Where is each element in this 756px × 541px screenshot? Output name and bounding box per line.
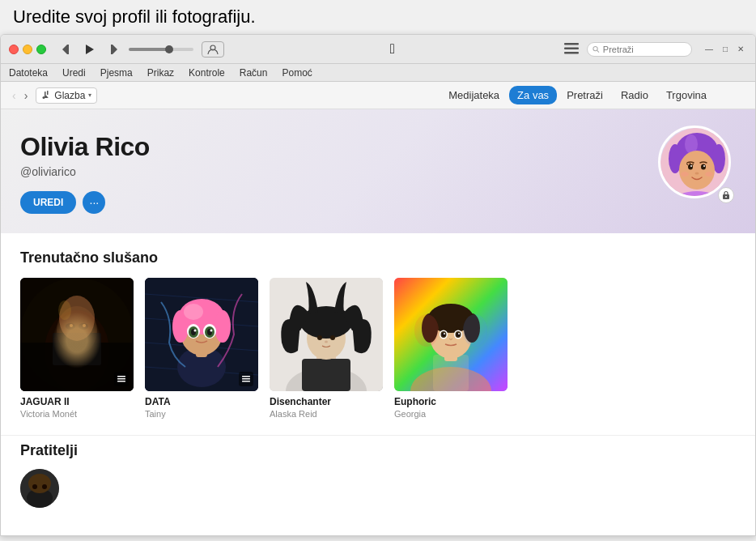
menu-uredi[interactable]: Uredi <box>61 67 87 79</box>
svg-marker-3 <box>113 45 117 54</box>
friend-avatar[interactable] <box>20 469 59 508</box>
album-artist: Georgia <box>394 409 508 419</box>
friends-avatars <box>20 469 736 508</box>
nav-forward-arrow[interactable]: › <box>21 87 32 104</box>
album-item[interactable]: Euphoric Georgia <box>394 278 508 419</box>
play-button[interactable] <box>82 41 98 58</box>
profile-name: Olivia Rico <box>20 132 736 162</box>
nav-bar: ‹ › Glazba ▾ Medijateka Za vas Pretraži … <box>1 82 755 109</box>
menu-kontrole[interactable]: Kontrole <box>187 67 227 79</box>
menu-bar: Datoteka Uredi Pjesma Prikaz Kontrole Ra… <box>1 64 755 82</box>
svg-rect-44 <box>117 376 125 377</box>
svg-point-67 <box>210 330 213 332</box>
avatar-lock-icon[interactable] <box>718 187 734 203</box>
tab-pretrazi[interactable]: Pretraži <box>559 86 611 104</box>
traffic-lights <box>9 45 46 54</box>
svg-point-25 <box>703 165 705 167</box>
svg-point-101 <box>28 474 51 493</box>
search-bar[interactable] <box>587 42 692 57</box>
menu-prikaz[interactable]: Prikaz <box>146 67 176 79</box>
edit-profile-button[interactable]: UREDI <box>20 191 76 214</box>
svg-rect-68 <box>242 376 250 377</box>
close-button[interactable] <box>9 45 19 54</box>
tab-zavas[interactable]: Za vas <box>509 86 557 104</box>
music-note-icon <box>41 91 51 100</box>
svg-rect-12 <box>47 91 49 95</box>
svg-point-78 <box>330 335 335 340</box>
album-artist: Alaska Reid <box>270 409 383 419</box>
svg-point-27 <box>681 172 689 177</box>
tab-radio[interactable]: Radio <box>613 86 656 104</box>
itunes-window:  — □ ✕ Datoteka Uredi <box>0 34 756 536</box>
svg-rect-6 <box>564 43 579 45</box>
svg-point-102 <box>32 484 37 489</box>
playback-controls <box>59 41 121 58</box>
more-options-button[interactable]: ··· <box>83 191 105 214</box>
svg-point-79 <box>325 341 328 343</box>
svg-point-94 <box>444 333 445 334</box>
album-item[interactable]: Disenchanter Alaska Reid <box>270 278 383 419</box>
forward-button[interactable] <box>104 41 121 58</box>
svg-point-38 <box>79 323 88 330</box>
svg-line-10 <box>597 50 599 52</box>
svg-marker-2 <box>86 45 94 54</box>
svg-point-14 <box>43 96 45 99</box>
profile-avatar[interactable] <box>658 126 731 198</box>
svg-marker-0 <box>62 45 67 54</box>
window-resize-buttons: — □ ✕ <box>702 43 747 55</box>
svg-point-23 <box>701 164 706 170</box>
window-controls <box>561 41 582 58</box>
albums-grid: JAGUAR II Victoria Monét <box>20 278 736 419</box>
account-button[interactable] <box>202 41 224 58</box>
album-art-euphoric <box>394 278 508 391</box>
memoji-avatar <box>660 128 728 196</box>
album-artist: Victoria Monét <box>20 409 134 419</box>
svg-point-97 <box>463 314 487 347</box>
svg-point-15 <box>45 96 48 98</box>
album-list-icon <box>239 372 253 386</box>
menu-pjesma[interactable]: Pjesma <box>99 67 134 79</box>
apple-logo:  <box>229 41 556 58</box>
title-bar:  — □ ✕ <box>1 35 755 64</box>
close-window[interactable]: ✕ <box>734 43 747 55</box>
nav-tabs: Medijateka Za vas Pretraži Radio Trgovin… <box>440 86 715 104</box>
menu-pomoc[interactable]: Pomoć <box>280 67 313 79</box>
menu-datoteka[interactable]: Datoteka <box>7 67 49 79</box>
maximize-button[interactable] <box>36 45 46 54</box>
nav-back-arrow[interactable]: ‹ <box>9 87 19 104</box>
library-selector[interactable]: Glazba ▾ <box>36 87 97 104</box>
svg-point-24 <box>690 165 692 167</box>
tab-medijateka[interactable]: Medijateka <box>440 86 508 104</box>
profile-handle: @oliviarico <box>20 165 736 178</box>
album-title: DATA <box>145 396 258 407</box>
profile-buttons: UREDI ··· <box>20 191 736 214</box>
instruction-bar: Uredite svoj profil ili fotografiju. <box>0 0 756 34</box>
search-icon <box>592 45 600 53</box>
minimize-button[interactable] <box>23 45 32 54</box>
svg-point-96 <box>414 314 439 347</box>
back-button[interactable] <box>59 41 75 58</box>
album-item[interactable]: DATA Tainy <box>145 278 258 419</box>
album-item[interactable]: JAGUAR II Victoria Monét <box>20 278 134 419</box>
svg-point-59 <box>184 304 203 320</box>
svg-point-28 <box>705 172 713 177</box>
menu-racun[interactable]: Račun <box>238 67 270 79</box>
tab-trgovina[interactable]: Trgovina <box>658 86 715 104</box>
volume-slider[interactable] <box>129 48 193 51</box>
svg-point-58 <box>214 310 231 343</box>
svg-point-37 <box>66 323 75 330</box>
restore-window[interactable]: □ <box>720 43 731 55</box>
svg-point-95 <box>458 333 460 334</box>
minimize-window[interactable]: — <box>702 43 716 55</box>
instruction-text: Uredite svoj profil ili fotografiju. <box>13 6 256 27</box>
album-title: Euphoric <box>394 396 508 407</box>
svg-rect-74 <box>302 359 350 391</box>
search-input[interactable] <box>603 45 686 54</box>
album-art-jaguar <box>20 278 134 391</box>
list-view-button[interactable] <box>561 41 582 58</box>
album-art-data <box>145 278 258 391</box>
svg-rect-69 <box>242 378 250 380</box>
svg-point-21 <box>679 151 715 190</box>
main-content: Olivia Rico @oliviarico UREDI ··· <box>1 109 755 535</box>
svg-point-66 <box>194 330 197 332</box>
